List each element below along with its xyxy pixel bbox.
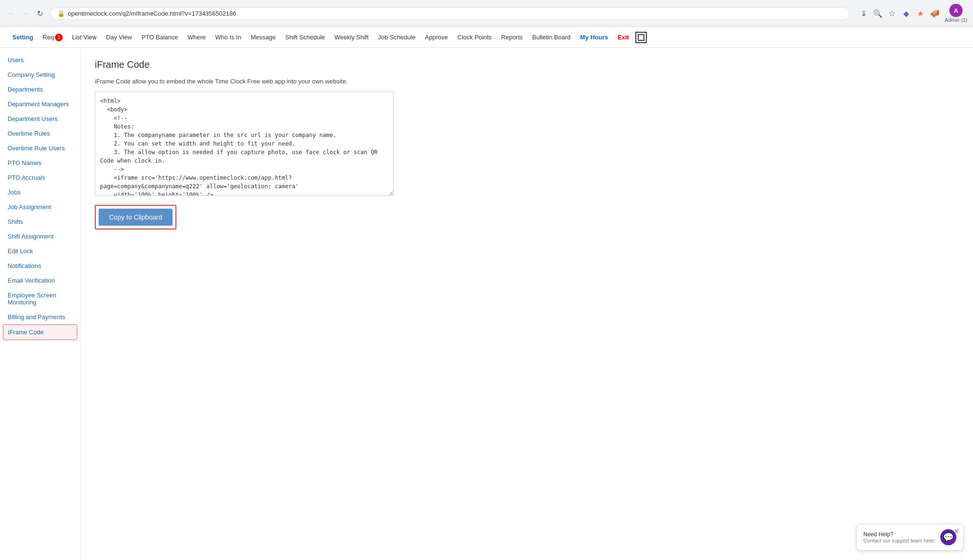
bookmark-icon[interactable]: ☆ [887, 8, 897, 18]
nav-bulletin-board[interactable]: Bulletin Board [527, 27, 575, 48]
top-nav: Setting Req 1 List View Day View PTO Bal… [0, 27, 973, 48]
nav-exit[interactable]: Exit [613, 27, 634, 48]
nav-day-view[interactable]: Day View [101, 27, 137, 48]
need-help-label: Need Help? [863, 531, 936, 538]
sidebar-item-pto-names[interactable]: PTO Names [0, 156, 80, 170]
sidebar-item-email-verification[interactable]: Email Verification [0, 273, 80, 288]
sidebar-item-users[interactable]: Users [0, 53, 80, 67]
address-icon: 🔒 [57, 10, 65, 17]
page-description: iFrame Code allow you to embed the whole… [95, 78, 959, 85]
sidebar: Users Company Setting Departments Depart… [0, 48, 81, 560]
profile-area: A Admin (1) [945, 4, 967, 23]
copy-button-wrapper: Copy to Clipboard [95, 205, 176, 230]
browser-icons: ⇓ 🔍 ☆ ◆ ★ 🪗 [858, 8, 940, 18]
fullscreen-icon[interactable] [635, 32, 647, 43]
sidebar-item-iframe-code[interactable]: iFrame Code [3, 324, 77, 340]
main-layout: Users Company Setting Departments Depart… [0, 48, 973, 560]
nav-weekly-shift[interactable]: Weekly Shift [330, 27, 373, 48]
sidebar-item-shift-assignment[interactable]: Shift Assignment [0, 229, 80, 244]
sidebar-item-departments[interactable]: Departments [0, 82, 80, 97]
nav-setting[interactable]: Setting [8, 27, 38, 48]
sidebar-item-jobs[interactable]: Jobs [0, 185, 80, 200]
address-text: opentimeclock.com/q2/mIframeCode.html?v=… [68, 10, 843, 17]
nav-where[interactable]: Where [183, 27, 211, 48]
sidebar-item-billing-and-payments[interactable]: Billing and Payments [0, 310, 80, 324]
sidebar-item-edit-lock[interactable]: Edit Lock [0, 244, 80, 258]
req-badge: 1 [55, 34, 63, 41]
nav-pto-balance[interactable]: PTO Balance [137, 27, 183, 48]
need-help-subtext: Contact our support team here: [863, 538, 936, 543]
nav-approve[interactable]: Approve [420, 27, 452, 48]
nav-who-is-in[interactable]: Who Is In [211, 27, 246, 48]
sidebar-item-job-assignment[interactable]: Job Assignment [0, 200, 80, 214]
sidebar-item-overtime-rule-users[interactable]: Overtime Rule Users [0, 141, 80, 156]
nav-job-schedule[interactable]: Job Schedule [373, 27, 420, 48]
profile-avatar[interactable]: A [949, 4, 963, 17]
browser-nav-buttons: ← → ↻ [6, 8, 46, 19]
copy-to-clipboard-button[interactable]: Copy to Clipboard [99, 209, 173, 226]
nav-reports[interactable]: Reports [496, 27, 528, 48]
back-button[interactable]: ← [6, 8, 17, 19]
page-title: iFrame Code [95, 59, 959, 70]
need-help-close[interactable]: ✕ [954, 527, 959, 535]
extension-icon-1[interactable]: ◆ [901, 8, 911, 18]
sidebar-item-company-setting[interactable]: Company Setting [0, 67, 80, 82]
sidebar-item-department-users[interactable]: Department Users [0, 111, 80, 126]
sidebar-item-overtime-rules[interactable]: Overtime Rules [0, 126, 80, 141]
sidebar-item-shifts[interactable]: Shifts [0, 214, 80, 229]
content-area: iFrame Code iFrame Code allow you to emb… [81, 48, 973, 560]
extension-icon-2[interactable]: ★ [915, 8, 926, 18]
sidebar-item-notifications[interactable]: Notifications [0, 258, 80, 273]
zoom-icon[interactable]: 🔍 [872, 8, 883, 18]
admin-label: Admin (1) [945, 17, 967, 23]
sidebar-item-pto-accruals[interactable]: PTO Accruals [0, 170, 80, 185]
download-icon[interactable]: ⇓ [858, 8, 869, 18]
nav-my-hours[interactable]: My Hours [575, 27, 613, 48]
nav-list-view[interactable]: List View [67, 27, 101, 48]
nav-clock-points[interactable]: Clock Points [453, 27, 496, 48]
forward-button[interactable]: → [20, 8, 31, 19]
sidebar-item-department-managers[interactable]: Department Managers [0, 97, 80, 111]
extension-icon-3[interactable]: 🪗 [929, 8, 940, 18]
need-help-widget: ✕ Need Help? Contact our support team he… [856, 524, 964, 551]
browser-chrome: ← → ↻ 🔒 opentimeclock.com/q2/mIframeCode… [0, 0, 973, 27]
nav-shift-schedule[interactable]: Shift Schedule [280, 27, 330, 48]
reload-button[interactable]: ↻ [34, 8, 46, 19]
nav-message[interactable]: Message [246, 27, 281, 48]
nav-req[interactable]: Req 1 [38, 27, 67, 48]
svg-rect-0 [638, 35, 644, 40]
iframe-code-textarea[interactable] [95, 92, 394, 196]
address-bar[interactable]: 🔒 opentimeclock.com/q2/mIframeCode.html?… [50, 7, 850, 20]
sidebar-item-employee-screen-monitoring[interactable]: Employee Screen Monitoring [0, 288, 80, 310]
